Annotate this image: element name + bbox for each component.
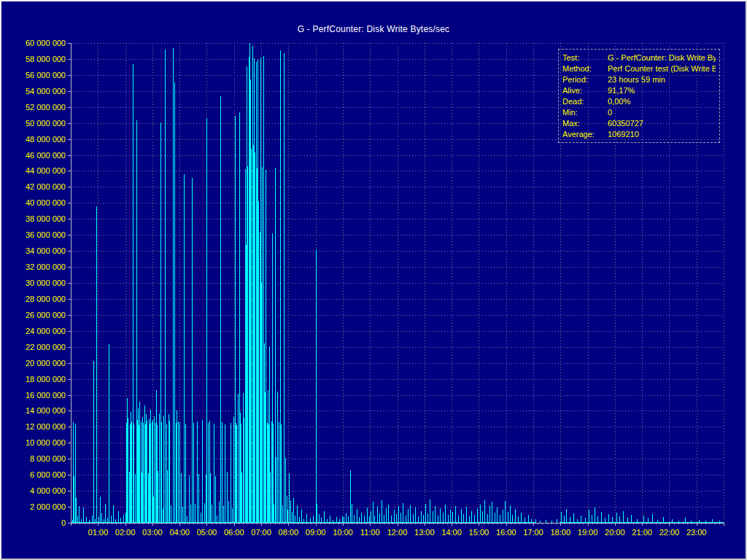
legend-label: Alive: [562,85,608,96]
y-tick-label: 34 000 000 [26,246,66,255]
legend-value: G - PerfCounter: Disk Write Bytes [608,53,716,62]
y-tick-label: 48 000 000 [26,135,66,144]
y-tick-label: 30 000 000 [26,279,66,287]
y-tick-label: 46 000 000 [26,151,66,160]
y-tick-label: 52 000 000 [26,103,66,112]
y-tick-label: 50 000 000 [26,119,66,128]
y-tick-label: 32 000 000 [26,262,66,271]
y-tick-label: 26 000 000 [26,311,66,319]
y-tick-label: 22 000 000 [26,343,66,351]
legend-row-max: Max:60350727 [562,118,716,129]
x-tick-label: 03:00 [142,528,163,537]
chart-window: G - PerfCounter: Disk Write Bytes/sec 02… [0,0,747,560]
y-tick-label: 54 000 000 [26,87,66,96]
x-tick-label: 01:00 [88,528,109,537]
x-tick-label: 14:00 [441,528,462,537]
legend-row-dead: Dead:0,00% [562,96,716,107]
x-tick-label: 06:00 [224,528,244,537]
y-tick-label: 10 000 000 [26,438,66,447]
y-tick-label: 14 000 000 [26,406,66,415]
y-tick-label: 42 000 000 [26,182,66,191]
legend-row-test: Test:G - PerfCounter: Disk Write Bytes [562,52,716,63]
y-tick-label: 38 000 000 [26,214,66,223]
legend-value: 23 hours 59 min [608,75,665,84]
x-tick-label: 17:00 [523,528,543,537]
legend-value: 0 [608,108,612,117]
y-tick-label: 20 000 000 [26,359,66,368]
y-tick-label: 8 000 000 [30,454,66,463]
legend-label: Max: [562,118,608,129]
legend-row-average: Average:1069210 [562,129,716,140]
x-tick-label: 22:00 [659,528,680,537]
x-tick-label: 19:00 [578,528,598,537]
x-tick-label: 23:00 [686,528,707,537]
x-tick-label: 09:00 [306,528,326,537]
y-tick-label: 0 [61,518,66,527]
legend-value: 1069210 [608,130,639,139]
x-tick-label: 13:00 [414,528,435,537]
legend-box: Test:G - PerfCounter: Disk Write Bytes M… [558,49,720,143]
y-tick-label: 6 000 000 [30,470,66,479]
legend-label: Dead: [562,96,608,107]
legend-label: Average: [562,129,608,140]
legend-label: Method: [562,63,608,74]
chart-title: G - PerfCounter: Disk Write Bytes/sec [1,24,746,34]
x-tick-label: 11:00 [360,528,380,537]
y-tick-label: 58 000 000 [26,55,66,63]
x-tick-label: 20:00 [605,528,625,537]
y-tick-label: 28 000 000 [26,295,66,303]
y-axis-labels: 02 000 0004 000 0006 000 0008 000 00010 … [26,39,66,527]
y-tick-label: 18 000 000 [26,375,66,384]
x-tick-label: 21:00 [632,528,652,537]
y-tick-label: 24 000 000 [26,327,66,335]
legend-row-alive: Alive:91,17% [562,85,716,96]
legend-row-min: Min:0 [562,107,716,118]
y-tick-label: 4 000 000 [30,486,66,495]
x-tick-label: 10:00 [333,528,353,537]
legend-value: 60350727 [608,119,643,128]
x-tick-label: 15:00 [469,528,489,537]
y-tick-label: 12 000 000 [26,422,66,431]
legend-row-period: Period:23 hours 59 min [562,74,716,85]
legend-label: Period: [562,74,608,85]
y-tick-label: 56 000 000 [26,71,66,79]
x-tick-label: 12:00 [387,528,408,537]
y-tick-label: 60 000 000 [26,39,66,47]
y-tick-label: 2 000 000 [30,502,66,511]
legend-value: Perf Counter test (Disk Write Byte [608,64,716,73]
legend-value: 0,00% [608,97,630,106]
x-tick-label: 18:00 [550,528,570,537]
y-tick-label: 16 000 000 [26,391,66,400]
legend-value: 91,17% [608,86,635,95]
y-tick-label: 40 000 000 [26,198,66,207]
x-tick-label: 07:00 [251,528,271,537]
legend-label: Test: [562,52,608,63]
x-tick-label: 02:00 [115,528,136,537]
x-tick-label: 04:00 [169,528,190,537]
x-tick-label: 08:00 [279,528,299,537]
x-axis-labels: 01:0002:0003:0004:0005:0006:0007:0008:00… [88,528,707,537]
legend-row-method: Method:Perf Counter test (Disk Write Byt… [562,63,716,74]
y-tick-label: 44 000 000 [26,166,66,175]
y-tick-label: 36 000 000 [26,230,66,239]
x-tick-label: 16:00 [496,528,516,537]
x-tick-label: 05:00 [197,528,217,537]
legend-label: Min: [562,107,608,118]
